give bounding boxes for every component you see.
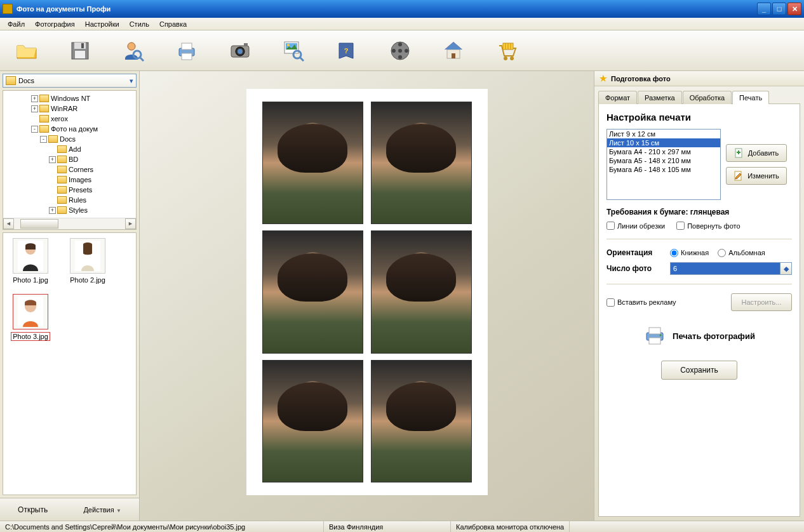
svg-point-46 (660, 335, 662, 336)
tree-node[interactable]: +Windows NT (4, 93, 135, 103)
cart-button[interactable] (493, 37, 521, 65)
tree-node[interactable]: +Styles (4, 205, 135, 215)
maximize-button[interactable]: □ (772, 3, 786, 15)
configure-ad-button: Настроить... (731, 293, 792, 311)
camera-button[interactable] (226, 37, 254, 65)
tree-node[interactable]: Images (4, 175, 135, 185)
folder-combo[interactable]: Docs ▾ (3, 74, 137, 88)
thumbnail-grid: Photo 1.jpgPhoto 2.jpgPhoto 3.jpg (3, 232, 137, 495)
paper-option[interactable]: Лист 10 x 15 см (607, 138, 720, 147)
minimize-button[interactable]: _ (757, 3, 771, 15)
thumbnail[interactable]: Photo 1.jpg (8, 238, 53, 284)
pencil-icon (734, 171, 744, 181)
svg-point-4 (128, 43, 135, 50)
close-button[interactable]: ✕ (787, 3, 801, 15)
tree-node[interactable]: -Docs (4, 134, 135, 144)
paper-option[interactable]: Бумага A5 - 148 x 210 мм (607, 156, 720, 165)
help-button[interactable]: ? (333, 37, 361, 65)
rotate-photo-checkbox[interactable]: Повернуть фото (676, 222, 740, 230)
count-spinner[interactable]: ◆ (781, 262, 792, 275)
orientation-label: Ориентация (606, 248, 661, 257)
paper-option[interactable]: Лист 9 x 12 см (607, 130, 720, 138)
photo-tile (262, 102, 363, 224)
print-photos-button[interactable]: Печать фотографий (673, 331, 755, 341)
tree-node[interactable]: Rules (4, 195, 135, 205)
menu-settings[interactable]: Настройки (80, 19, 124, 29)
folder-icon (6, 76, 16, 85)
orientation-landscape-radio[interactable]: Альбомная (718, 249, 765, 257)
home-button[interactable] (439, 37, 467, 65)
svg-line-18 (300, 57, 304, 61)
svg-point-23 (398, 55, 402, 59)
paper-option[interactable]: Бумага A4 - 210 x 297 мм (607, 147, 720, 156)
thumbnail[interactable]: Photo 3.jpg (8, 294, 53, 341)
star-icon: ★ (600, 74, 607, 83)
print-heading: Настройка печати (606, 112, 792, 123)
titlebar: Фото на документы Профи _ □ ✕ (0, 0, 804, 18)
tree-node[interactable]: xerox (4, 114, 135, 124)
svg-rect-27 (452, 53, 455, 58)
svg-rect-13 (244, 43, 248, 46)
svg-point-29 (510, 57, 514, 60)
menu-help[interactable]: Справка (154, 19, 192, 29)
tab-layout[interactable]: Разметка (638, 91, 682, 104)
edit-paper-button[interactable]: Изменить (726, 167, 787, 185)
photo-tile (262, 360, 363, 482)
menu-photo[interactable]: Фотография (30, 19, 80, 29)
save-button[interactable] (66, 37, 94, 65)
tree-node[interactable]: Corners (4, 164, 135, 175)
tab-body-print: Настройка печати Лист 9 x 12 смЛист 10 x… (598, 103, 800, 517)
save-settings-button[interactable]: Сохранить (661, 361, 737, 380)
menubar: Файл Фотография Настройки Стиль Справка (0, 18, 804, 30)
svg-rect-36 (28, 258, 33, 262)
svg-rect-3 (81, 43, 84, 48)
film-reel-button[interactable] (386, 37, 414, 65)
svg-rect-45 (649, 338, 660, 344)
tab-process[interactable]: Обработка (683, 91, 732, 104)
tree-node[interactable]: Add (4, 144, 135, 154)
statusbar: C:\Documents and Settings\Сергей\Мои док… (0, 521, 804, 532)
chevron-down-icon: ▾ (130, 77, 133, 85)
folder-combo-label: Docs (18, 77, 34, 84)
image-search-button[interactable] (279, 37, 307, 65)
svg-rect-8 (182, 43, 192, 50)
tree-scrollbar[interactable]: ◄► (3, 218, 136, 229)
paper-requirements: Требования к бумаге: глянцевая (606, 208, 792, 216)
crop-lines-checkbox[interactable]: Линии обрезки (606, 222, 665, 230)
menu-file[interactable]: Файл (3, 19, 30, 29)
tab-print[interactable]: Печать (732, 91, 769, 104)
tree-node[interactable]: +BD (4, 154, 135, 164)
photo-tile (371, 102, 472, 224)
thumbnail[interactable]: Photo 2.jpg (65, 238, 110, 284)
add-paper-button[interactable]: Добавить (726, 144, 787, 162)
actions-button[interactable]: Действия ▼ (72, 501, 131, 519)
insert-ad-checkbox[interactable]: Вставить рекламу (606, 298, 676, 307)
tab-format[interactable]: Формат (598, 91, 637, 104)
left-panel: Docs ▾ +Windows NT+WinRARxerox-Фото на д… (0, 71, 140, 521)
svg-point-22 (405, 49, 408, 53)
svg-point-24 (392, 49, 396, 53)
person-search-button[interactable] (119, 37, 147, 65)
print-sheet (246, 89, 488, 495)
print-button[interactable] (173, 37, 201, 65)
paper-size-list[interactable]: Лист 9 x 12 смЛист 10 x 15 смБумага A4 -… (606, 129, 721, 200)
open-folder-button[interactable] (13, 37, 41, 65)
svg-point-16 (287, 44, 290, 46)
svg-point-25 (398, 49, 402, 53)
open-button[interactable]: Открыть (7, 501, 58, 519)
menu-style[interactable]: Стиль (124, 19, 154, 29)
status-calibration: Калибровка монитора отключена (451, 521, 570, 532)
photo-count-label: Число фото (606, 264, 661, 273)
svg-rect-9 (182, 53, 192, 60)
svg-point-21 (398, 43, 402, 46)
photo-count-input[interactable] (670, 262, 781, 275)
tree-node[interactable]: Presets (4, 185, 135, 195)
tree-node[interactable]: +WinRAR (4, 103, 135, 114)
svg-rect-44 (649, 328, 660, 334)
paper-option[interactable]: Бумага A6 - 148 x 105 мм (607, 165, 720, 174)
orientation-portrait-radio[interactable]: Книжная (670, 249, 709, 257)
svg-point-12 (238, 49, 243, 54)
status-path: C:\Documents and Settings\Сергей\Мои док… (0, 521, 324, 532)
folder-tree[interactable]: +Windows NT+WinRARxerox-Фото на докум-Do… (3, 90, 137, 230)
tree-node[interactable]: -Фото на докум (4, 124, 135, 134)
